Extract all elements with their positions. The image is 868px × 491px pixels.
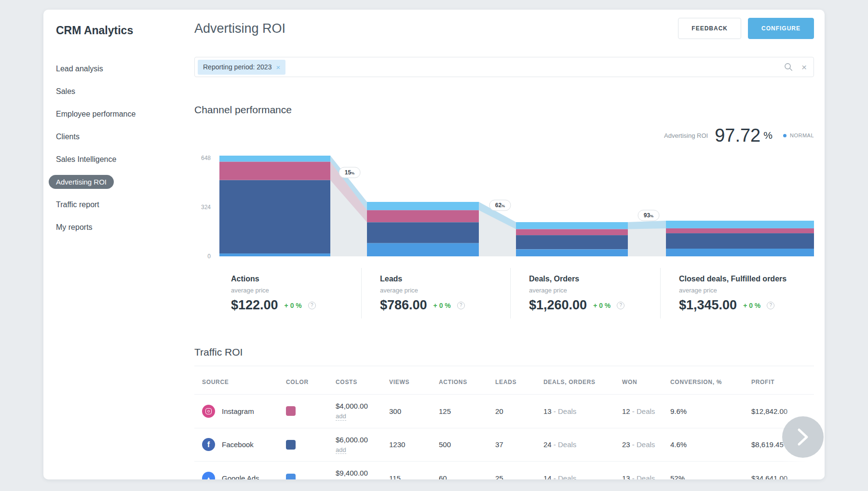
help-icon[interactable]: ? bbox=[308, 302, 316, 309]
stats-row: Actionsaverage price$122.00+ 0 %?Leadsav… bbox=[194, 268, 814, 318]
won-suffix: - Deals bbox=[632, 407, 655, 415]
sidebar-item-traffic-report[interactable]: Traffic report bbox=[56, 193, 186, 216]
column-header-views: VIEWS bbox=[389, 366, 439, 395]
stat-title: Closed deals, Fulfilled orders bbox=[679, 275, 814, 283]
actions-value: 125 bbox=[439, 395, 495, 428]
column-header-actions: ACTIONS bbox=[439, 366, 495, 395]
deals-suffix: - Deals bbox=[554, 407, 577, 415]
stat-subtitle: average price bbox=[529, 287, 660, 294]
sidebar-item-clients[interactable]: Clients bbox=[56, 125, 186, 148]
table-row-google-ads: ▲Google Ads$9,400.00add115602514 - Deals… bbox=[194, 462, 814, 479]
configure-button[interactable]: CONFIGURE bbox=[748, 18, 814, 39]
actions-value: 500 bbox=[439, 428, 495, 462]
sidebar-item-sales[interactable]: Sales bbox=[56, 80, 186, 103]
stat-subtitle: average price bbox=[679, 287, 814, 294]
stat-block-leads: Leadsaverage price$786.00+ 0 %? bbox=[361, 268, 510, 318]
sidebar-item-advertising-roi[interactable]: Advertising ROI bbox=[56, 171, 186, 193]
source-name: Google Ads bbox=[222, 474, 259, 479]
sidebar-item-label: Sales bbox=[56, 84, 75, 99]
sidebar-item-label: Advertising ROI bbox=[49, 175, 114, 189]
sidebar-item-label: Employee performance bbox=[56, 107, 136, 121]
views-value: 115 bbox=[389, 462, 439, 479]
column-header-costs: COSTS bbox=[336, 366, 389, 395]
funnel-chart-svg: 648324015%62%93% bbox=[194, 146, 814, 264]
stat-change: + 0 % bbox=[593, 302, 610, 309]
stat-block-actions: Actionsaverage price$122.00+ 0 %? bbox=[194, 268, 361, 318]
stat-subtitle: average price bbox=[380, 287, 510, 294]
won-suffix: - Deals bbox=[632, 474, 655, 479]
table-row-facebook: fFacebook$6,000.00add12305003724 - Deals… bbox=[194, 428, 814, 462]
profit-value: $34,641.00 bbox=[751, 462, 814, 479]
feedback-button[interactable]: FEEDBACK bbox=[678, 18, 741, 39]
column-header-deals-orders: DEALS, ORDERS bbox=[543, 366, 622, 395]
traffic-table: SOURCECOLORCOSTSVIEWSACTIONSLEADSDEALS, … bbox=[194, 366, 814, 479]
leads-value: 25 bbox=[495, 462, 543, 479]
deals-suffix: - Deals bbox=[554, 474, 577, 479]
chip-remove-icon[interactable]: × bbox=[276, 63, 280, 71]
sidebar-item-label: Sales Intelligence bbox=[56, 152, 116, 167]
roi-summary: Advertising ROI 97.72 % NORMAL bbox=[194, 125, 814, 146]
add-cost-link[interactable]: add bbox=[336, 446, 346, 454]
help-icon[interactable]: ? bbox=[617, 302, 624, 309]
roi-status-text: NORMAL bbox=[790, 133, 814, 138]
sidebar-item-employee-performance[interactable]: Employee performance bbox=[56, 103, 186, 125]
filter-bar[interactable]: Reporting period: 2023 × × bbox=[194, 57, 814, 77]
page-header: Advertising ROI FEEDBACK CONFIGURE bbox=[194, 17, 814, 40]
help-icon[interactable]: ? bbox=[457, 302, 465, 309]
sidebar: CRM Analytics Lead analysisSalesEmployee… bbox=[43, 10, 186, 479]
deals-value: 13 bbox=[543, 407, 554, 415]
color-swatch[interactable] bbox=[286, 440, 296, 450]
facebook-icon: f bbox=[202, 438, 215, 451]
filter-clear-icon[interactable]: × bbox=[801, 63, 807, 72]
column-header-won: WON bbox=[622, 366, 670, 395]
sidebar-item-label: My reports bbox=[56, 220, 93, 235]
table-row-instagram: Instagram$4,000.00add3001252013 - Deals1… bbox=[194, 395, 814, 428]
sidebar-item-sales-intelligence[interactable]: Sales Intelligence bbox=[56, 148, 186, 171]
table-scroll-next-button[interactable] bbox=[782, 416, 824, 458]
sidebar-item-label: Traffic report bbox=[56, 198, 99, 212]
color-swatch[interactable] bbox=[286, 474, 296, 480]
stat-title: Deals, Orders bbox=[529, 275, 660, 283]
won-value: 12 bbox=[622, 407, 632, 415]
conversion-value: 4.6% bbox=[670, 428, 751, 462]
svg-text:0: 0 bbox=[207, 253, 211, 260]
app-brand: CRM Analytics bbox=[56, 24, 186, 37]
leads-value: 37 bbox=[495, 428, 543, 462]
status-dot-icon bbox=[783, 134, 787, 137]
color-swatch[interactable] bbox=[286, 406, 296, 416]
source-name: Facebook bbox=[222, 440, 254, 449]
sidebar-item-lead-analysis[interactable]: Lead analysis bbox=[56, 57, 186, 80]
sidebar-item-label: Clients bbox=[56, 130, 80, 144]
leads-value: 20 bbox=[495, 395, 543, 428]
filter-chip[interactable]: Reporting period: 2023 × bbox=[198, 60, 285, 75]
stat-change: + 0 % bbox=[434, 302, 451, 309]
deals-value: 14 bbox=[543, 474, 554, 479]
roi-unit: % bbox=[763, 130, 773, 141]
add-cost-link[interactable]: add bbox=[336, 412, 346, 421]
deals-suffix: - Deals bbox=[554, 440, 577, 449]
conversion-value: 9.6% bbox=[670, 395, 751, 428]
costs-value: $6,000.00 bbox=[336, 436, 385, 444]
actions-value: 60 bbox=[439, 462, 495, 479]
column-header-color: COLOR bbox=[286, 366, 336, 395]
traffic-roi-heading: Traffic ROI bbox=[194, 346, 814, 358]
chevron-right-icon bbox=[797, 427, 809, 447]
stat-price: $1,260.00 bbox=[529, 298, 587, 313]
help-icon[interactable]: ? bbox=[767, 302, 774, 309]
channel-performance-heading: Channel performance bbox=[194, 104, 814, 116]
traffic-table-head-row: SOURCECOLORCOSTSVIEWSACTIONSLEADSDEALS, … bbox=[194, 366, 814, 395]
deals-value: 24 bbox=[543, 440, 554, 449]
stat-change: + 0 % bbox=[285, 302, 302, 309]
costs-value: $4,000.00 bbox=[336, 402, 385, 411]
column-header-leads: LEADS bbox=[495, 366, 543, 395]
stat-block-closed-deals-fulfilled-orders: Closed deals, Fulfilled ordersaverage pr… bbox=[660, 268, 814, 318]
roi-label: Advertising ROI bbox=[664, 132, 708, 139]
main-content: Advertising ROI FEEDBACK CONFIGURE Repor… bbox=[186, 10, 825, 479]
views-value: 1230 bbox=[389, 428, 439, 462]
stat-block-deals-orders: Deals, Ordersaverage price$1,260.00+ 0 %… bbox=[510, 268, 660, 318]
column-header-source: SOURCE bbox=[194, 366, 286, 395]
sidebar-item-my-reports[interactable]: My reports bbox=[56, 216, 186, 239]
won-suffix: - Deals bbox=[632, 440, 655, 449]
google-ads-icon: ▲ bbox=[202, 472, 215, 479]
search-icon[interactable] bbox=[784, 63, 793, 71]
